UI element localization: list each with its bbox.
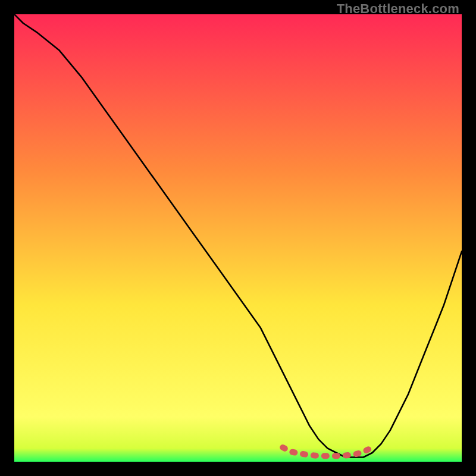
gradient-background bbox=[14, 14, 462, 462]
watermark-text: TheBottleneck.com bbox=[337, 1, 459, 17]
chart-frame bbox=[14, 14, 462, 462]
bottleneck-chart bbox=[14, 14, 462, 462]
